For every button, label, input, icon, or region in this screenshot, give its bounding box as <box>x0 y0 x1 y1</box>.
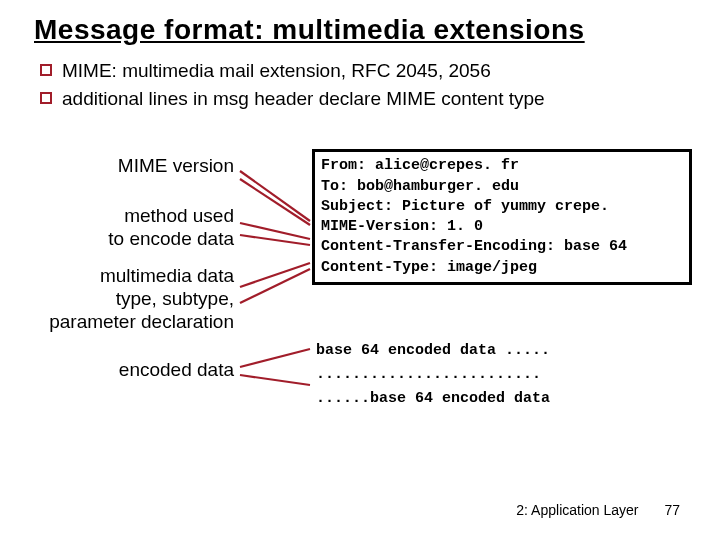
footer-chapter: 2: Application Layer <box>516 502 638 518</box>
svg-line-5 <box>240 269 310 303</box>
code-line: To: bob@hamburger. edu <box>321 177 683 197</box>
svg-line-0 <box>240 171 310 221</box>
footer: 2: Application Layer 77 <box>516 502 680 518</box>
label-encode-method: method used to encode data <box>44 205 234 251</box>
encoded-data-block: base 64 encoded data ..... .............… <box>316 339 550 411</box>
encoded-line: base 64 encoded data ..... <box>316 339 550 363</box>
encoded-line: ......base 64 encoded data <box>316 387 550 411</box>
label-encoded-data: encoded data <box>44 359 234 382</box>
label-line: parameter declaration <box>49 311 234 332</box>
footer-page-number: 77 <box>664 502 680 518</box>
label-line: to encode data <box>108 228 234 249</box>
bullet-text: MIME: multimedia mail extension, RFC 204… <box>62 58 686 84</box>
code-line: Subject: Picture of yummy crepe. <box>321 197 683 217</box>
code-line: From: alice@crepes. fr <box>321 156 683 176</box>
svg-line-7 <box>240 375 310 385</box>
code-line: Content-Transfer-Encoding: base 64 <box>321 237 683 257</box>
label-line: method used <box>124 205 234 226</box>
bullet-list: MIME: multimedia mail extension, RFC 204… <box>40 58 686 111</box>
svg-line-4 <box>240 263 310 287</box>
label-line: multimedia data <box>100 265 234 286</box>
label-content-type: multimedia data type, subtype, parameter… <box>24 265 234 333</box>
bullet-marker-icon <box>40 64 52 76</box>
code-line: Content-Type: image/jpeg <box>321 258 683 278</box>
bullet-item: MIME: multimedia mail extension, RFC 204… <box>40 58 686 84</box>
svg-line-1 <box>240 179 310 225</box>
slide: Message format: multimedia extensions MI… <box>0 0 720 540</box>
bullet-text: additional lines in msg header declare M… <box>62 86 686 112</box>
svg-line-3 <box>240 235 310 245</box>
svg-line-6 <box>240 349 310 367</box>
email-header-box: From: alice@crepes. fr To: bob@hamburger… <box>312 149 692 285</box>
diagram: MIME version method used to encode data … <box>34 149 686 429</box>
bullet-marker-icon <box>40 92 52 104</box>
label-mime-version: MIME version <box>44 155 234 178</box>
label-line: type, subtype, <box>116 288 234 309</box>
bullet-item: additional lines in msg header declare M… <box>40 86 686 112</box>
svg-line-2 <box>240 223 310 239</box>
slide-title: Message format: multimedia extensions <box>34 14 686 46</box>
encoded-line: ......................... <box>316 363 550 387</box>
code-line: MIME-Version: 1. 0 <box>321 217 683 237</box>
